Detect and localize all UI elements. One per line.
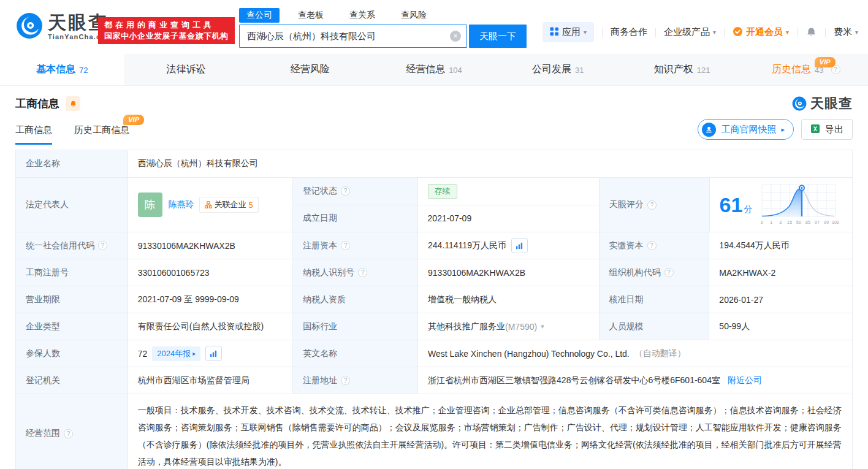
clear-icon[interactable]: × bbox=[450, 31, 461, 42]
promo-line2: 国家中小企业发展子基金旗下机构 bbox=[104, 31, 229, 42]
taxpayer-quality-value: 增值税一般纳税人 bbox=[418, 286, 600, 313]
search-tab-company[interactable]: 查公司 bbox=[239, 8, 280, 23]
related-companies-badge[interactable]: 关联企业 5 bbox=[199, 197, 259, 213]
tab-intellectual-property[interactable]: 知识产权 121 bbox=[620, 54, 744, 85]
insured-label: 参保人数 bbox=[16, 340, 128, 367]
address-value: 浙江省杭州市西湖区三墩镇智强路428号云创镓谷研发中心6号楼6F601-604室… bbox=[418, 367, 852, 394]
reg-status-value: 存续 bbox=[418, 178, 599, 205]
search-button[interactable]: 天眼一下 bbox=[469, 25, 527, 48]
tab-operation-risk[interactable]: 经营风险 bbox=[248, 54, 372, 85]
search-tab-boss[interactable]: 查老板 bbox=[291, 8, 331, 23]
tab-label: 经营风险 bbox=[291, 63, 330, 76]
nav-open-vip[interactable]: 开通会员 ▾ bbox=[733, 26, 789, 39]
score-number: 61 bbox=[720, 193, 743, 216]
en-name-label: 英文名称 bbox=[293, 340, 418, 367]
subtab-history-registration[interactable]: 历史工商信息 VIP bbox=[74, 124, 129, 145]
chevron-down-icon[interactable]: ▾ bbox=[541, 322, 544, 330]
paid-capital-label: 实缴资本? bbox=[600, 232, 710, 259]
chevron-down-icon: ▾ bbox=[786, 29, 789, 36]
user-menu[interactable]: 费米 ▾ bbox=[834, 26, 858, 38]
vip-badge: VIP bbox=[815, 57, 836, 67]
uscc-label: 统一社会信用代码? bbox=[16, 232, 128, 259]
help-icon[interactable]: ? bbox=[98, 241, 107, 250]
industry-name: 其他科技推广服务业 bbox=[428, 321, 505, 332]
search-tab-relation[interactable]: 查关系 bbox=[342, 8, 383, 23]
help-icon[interactable]: ? bbox=[341, 376, 350, 385]
svg-text:15: 15 bbox=[787, 219, 792, 225]
svg-text:50: 50 bbox=[796, 219, 801, 225]
annual-report-badge[interactable]: 2024年报 ▸ bbox=[152, 346, 200, 361]
help-icon[interactable]: ? bbox=[64, 429, 73, 438]
industry-label: 国标行业 bbox=[293, 313, 418, 340]
tab-label: 经营信息 bbox=[406, 63, 445, 76]
org-code-value: MA2KHWAX-2 bbox=[709, 259, 852, 286]
apps-label: 应用 bbox=[562, 26, 581, 38]
nav-enterprise-products[interactable]: 企业级产品 ▾ bbox=[664, 26, 716, 38]
taxpayer-id-label: 纳税人识别号? bbox=[293, 259, 418, 286]
top-header: 天眼查 TianYanCha.com 都在用的商业查询工具 国家中小企业发展子基… bbox=[0, 0, 868, 54]
official-snapshot-button[interactable]: 工商官网快照 ▸ bbox=[698, 119, 794, 140]
vip-crown-icon bbox=[733, 26, 743, 39]
notifications-bell[interactable] bbox=[805, 26, 817, 38]
legal-rep-link[interactable]: 陈燕玲 bbox=[169, 199, 194, 210]
help-icon[interactable]: ? bbox=[647, 200, 657, 210]
nav-divider bbox=[825, 28, 826, 37]
nearby-companies-link[interactable]: 附近公司 bbox=[728, 375, 762, 386]
reg-capital-value: 244.114119万人民币 bbox=[418, 232, 600, 259]
enterprise-label: 企业级产品 bbox=[664, 26, 710, 38]
taxpayer-id-value: 91330106MA2KHWAX2B bbox=[418, 259, 600, 286]
reg-no-value: 330106001065723 bbox=[128, 259, 294, 286]
nav-business-cooperation[interactable]: 商务合作 bbox=[611, 26, 647, 38]
en-name-value: West Lake Xinchen (Hangzhou) Technology … bbox=[418, 340, 852, 367]
industry-value[interactable]: 其他科技推广服务业 (M7590) ▾ bbox=[418, 313, 600, 340]
avatar[interactable]: 陈 bbox=[138, 193, 162, 217]
apps-menu[interactable]: 应用 ▾ bbox=[542, 22, 594, 42]
main-content: 工商信息 天眼查 工商信息 历史工商信息 VIP bbox=[0, 94, 868, 469]
subscribe-bell-button[interactable] bbox=[66, 96, 80, 111]
help-icon[interactable]: ? bbox=[341, 241, 350, 250]
help-icon[interactable]: ? bbox=[664, 268, 674, 277]
help-icon[interactable]: ? bbox=[358, 268, 367, 277]
apps-grid-icon bbox=[550, 27, 559, 38]
est-date-value: 2021-07-09 bbox=[418, 205, 599, 232]
org-chart-icon bbox=[205, 201, 212, 208]
tab-count: 104 bbox=[449, 66, 462, 75]
legal-rep-label: 法定代表人 bbox=[16, 178, 128, 232]
legal-rep-value: 陈 陈燕玲 关联企业 5 bbox=[128, 178, 293, 232]
approval-date-value: 2026-01-27 bbox=[709, 286, 852, 313]
search-input[interactable] bbox=[239, 25, 467, 48]
paid-capital-value: 194.4544万人民币 bbox=[709, 232, 852, 259]
address-label: 注册地址? bbox=[293, 367, 418, 394]
term-value: 2021-07-09 至 9999-09-09 bbox=[128, 286, 294, 313]
tab-legal-proceedings[interactable]: 法律诉讼 bbox=[124, 54, 248, 85]
insured-chart-icon[interactable] bbox=[205, 346, 222, 361]
chevron-down-icon: ▾ bbox=[584, 29, 587, 36]
reg-authority-value: 杭州市西湖区市场监督管理局 bbox=[128, 367, 294, 394]
table-row: 参保人数 72 2024年报 ▸ 英文名称 West Lake Xinchen bbox=[16, 340, 852, 367]
search-tab-risk[interactable]: 查风险 bbox=[394, 8, 434, 23]
reg-capital-label: 注册资本? bbox=[293, 232, 418, 259]
related-count: 5 bbox=[249, 200, 253, 210]
export-label: 导出 bbox=[825, 124, 843, 135]
staff-size-value: 50-99人 bbox=[709, 313, 852, 340]
tianyancha-logo-icon bbox=[16, 12, 43, 42]
capital-chart-icon[interactable] bbox=[511, 238, 528, 253]
subtab-business-registration[interactable]: 工商信息 bbox=[15, 124, 52, 145]
staff-size-label: 人员规模 bbox=[600, 313, 710, 340]
taxpayer-quality-label: 纳税人资质 bbox=[293, 286, 418, 313]
arrow-right-icon: ▸ bbox=[781, 126, 785, 134]
tab-company-development[interactable]: 公司发展 31 bbox=[496, 54, 620, 85]
arrow-right-icon: ▸ bbox=[192, 350, 196, 357]
tab-history-info[interactable]: VIP 历史信息 43 ? bbox=[744, 54, 868, 85]
score-distribution-chart: 0 1 3 15 50 85 97 99 100 bbox=[758, 182, 839, 227]
status-badge: 存续 bbox=[428, 184, 457, 199]
tab-business-info[interactable]: 经营信息 104 bbox=[372, 54, 496, 85]
help-icon[interactable]: ? bbox=[341, 186, 350, 196]
tab-basic-info[interactable]: 基本信息 72 bbox=[0, 54, 124, 85]
export-button[interactable]: 导出 bbox=[801, 119, 853, 140]
company-type-value: 有限责任公司(自然人投资或控股) bbox=[128, 313, 294, 340]
help-icon[interactable]: ? bbox=[647, 241, 657, 250]
main-tabbar: 基本信息 72 法律诉讼 经营风险 经营信息 104 公司发展 31 知识产权 … bbox=[0, 54, 868, 86]
svg-text:1: 1 bbox=[770, 219, 772, 225]
vip-badge: VIP bbox=[123, 115, 144, 125]
